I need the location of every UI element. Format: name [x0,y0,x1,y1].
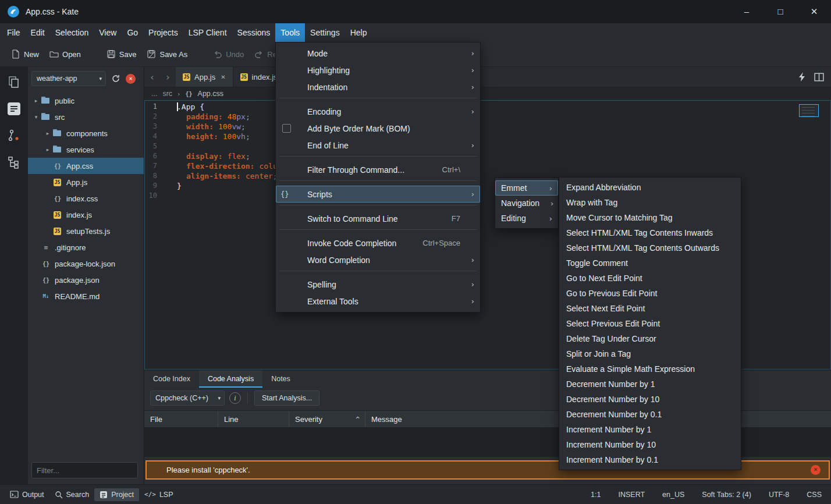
menubar-item[interactable]: Edit [26,23,50,42]
save-as-button[interactable]: Save As [141,46,193,62]
tab-app-js[interactable]: JS App.js ✕ [176,67,233,87]
menu-item[interactable] [276,229,480,235]
expand-chevron-icon[interactable]: ▸ [31,98,41,104]
tree-item[interactable]: M↓ README.md [28,288,144,304]
tree-item[interactable]: {} package-lock.json [28,255,144,272]
project-button[interactable]: Project [94,488,139,501]
tree-item[interactable]: {} App.css [28,158,144,174]
status-item[interactable]: 1:1 [591,491,601,499]
emmet-menu-item[interactable]: Expand Abbreviation [559,180,741,195]
emmet-menu-item[interactable]: Split or Join a Tag [559,346,741,361]
menu-item[interactable]: {} Scripts › [276,186,480,203]
quick-open-lightning-icon[interactable] [798,72,806,81]
minimap-thumb[interactable] [799,104,819,117]
menu-item[interactable]: Indentation › [276,79,480,95]
tab-notes[interactable]: Notes [262,370,299,388]
menu-item[interactable]: Switch to Command Line F7 [276,210,480,227]
status-item[interactable]: en_US [662,491,684,499]
menu-item[interactable]: External Tools › [276,293,480,310]
menubar-item[interactable]: Settings [305,23,345,42]
emmet-menu-item[interactable]: Select Previous Edit Point [559,316,741,331]
menubar-item[interactable]: Selection [50,23,94,42]
tab-close-icon[interactable]: ✕ [221,74,225,80]
open-button[interactable]: Open [44,46,86,62]
menubar-item[interactable]: Projects [143,23,183,42]
tree-item[interactable]: ▾ src [28,109,144,125]
emmet-menu-item[interactable]: Decrement Number by 1 [559,377,741,392]
menu-item[interactable]: Encoding › [276,103,480,120]
close-project-button[interactable]: ✕ [126,74,136,84]
submenu-item[interactable]: Navigation › [495,196,558,211]
emmet-menu-item[interactable]: Select Next Edit Point [559,301,741,316]
tab-code-analysis[interactable]: Code Analysis [199,370,262,388]
menu-item[interactable] [276,205,480,210]
expand-chevron-icon[interactable]: ▾ [31,114,41,120]
menu-item[interactable]: Word Completion › [276,251,480,268]
breadcrumb-file[interactable]: App.css [198,90,223,98]
undo-button[interactable]: Undo [208,46,249,62]
info-button[interactable]: i [229,392,241,404]
emmet-menu-item[interactable]: Move Cursor to Matching Tag [559,210,741,225]
start-analysis-button[interactable]: Start Analysis... [254,391,319,406]
menubar-item[interactable]: LSP Client [183,23,232,42]
expand-chevron-icon[interactable]: ▸ [43,130,52,136]
menu-item[interactable]: End of Line › [276,137,480,154]
menubar-item[interactable]: Tools [275,23,305,42]
dock-git-button[interactable] [0,124,28,147]
nav-forward-button[interactable]: › [160,67,176,87]
emmet-menu-item[interactable]: Decrement Number by 10 [559,392,741,407]
breadcrumb-folder[interactable]: src [162,90,172,98]
menubar-item[interactable]: Sessions [232,23,276,42]
project-selector[interactable]: weather-app ▾ [31,71,106,86]
dock-project-button[interactable] [0,97,28,120]
save-button[interactable]: Save [101,46,142,62]
tree-item[interactable]: {} package.json [28,272,144,288]
tree-item[interactable]: ≡ .gitignore [28,239,144,255]
menubar-item[interactable]: Help [345,23,372,42]
emmet-menu-item[interactable]: Increment Number by 1 [559,422,741,437]
menu-item[interactable] [276,98,480,103]
new-button[interactable]: New [6,46,44,62]
minimize-button[interactable]: – [730,0,763,23]
menu-item[interactable] [276,180,480,186]
emmet-menu-item[interactable]: Toggle Comment [559,255,741,271]
tree-item[interactable]: JS App.js [28,174,144,190]
status-item[interactable]: CSS [807,491,822,499]
emmet-menu-item[interactable]: Go to Next Edit Point [559,271,741,286]
menu-item[interactable]: Filter Through Command... Ctrl+\ [276,161,480,178]
emmet-menu-item[interactable]: Increment Number by 0.1 [559,452,741,467]
emmet-menu-item[interactable]: Select HTML/XML Tag Contents Outwards [559,240,741,255]
tree-item[interactable]: {} index.css [28,190,144,207]
split-view-icon[interactable] [814,73,824,81]
tree-item[interactable]: JS setupTests.js [28,223,144,239]
nav-back-button[interactable]: ‹ [144,67,160,87]
column-severity[interactable]: Severity ^ [289,411,365,427]
column-file[interactable]: File [144,411,218,427]
status-item[interactable]: UTF-8 [769,491,789,499]
menu-item[interactable]: Add Byte Order Mark (BOM) [276,120,480,137]
close-button[interactable]: ✕ [797,0,831,23]
emmet-menu-item[interactable]: Wrap with Tag [559,195,741,210]
menu-item[interactable]: Highlighting › [276,62,480,79]
menubar-item[interactable]: File [2,23,26,42]
tree-item[interactable]: ▸ services [28,141,144,158]
submenu-item[interactable]: Editing › [495,211,558,226]
breadcrumb-overflow[interactable]: ... [151,90,157,98]
analyzer-select[interactable]: Cppcheck (C++) ▾ [150,391,225,406]
submenu-item[interactable]: Emmet › [495,180,558,196]
filter-input[interactable] [31,462,138,478]
warning-close-button[interactable]: ✕ [811,465,821,475]
menu-item[interactable]: Invoke Code Completion Ctrl+Space [276,235,480,251]
emmet-menu-item[interactable]: Go to Previous Edit Point [559,286,741,301]
output-button[interactable]: Output [5,488,49,501]
search-button[interactable]: Search [49,488,95,501]
emmet-menu-item[interactable]: Select HTML/XML Tag Contents Inwards [559,225,741,240]
emmet-menu-item[interactable]: Evaluate a Simple Math Expression [559,361,741,377]
menu-item[interactable] [276,271,480,276]
tree-item[interactable]: JS index.js [28,207,144,223]
maximize-button[interactable]: □ [763,0,797,23]
tree-item[interactable]: ▸ components [28,125,144,141]
menubar-item[interactable]: Go [122,23,143,42]
status-item[interactable]: INSERT [618,491,645,499]
menu-item[interactable]: Spelling › [276,276,480,293]
